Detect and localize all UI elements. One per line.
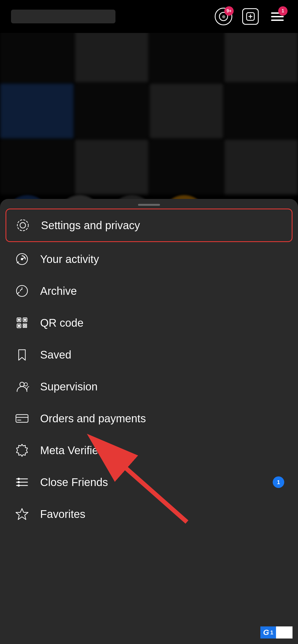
verified-icon	[14, 442, 30, 459]
settings-icon	[15, 217, 31, 234]
watermark-g-letter: G	[263, 628, 269, 637]
menu-item-favorites[interactable]: Favorites	[0, 498, 298, 530]
bg-cell	[75, 27, 148, 82]
activity-icon	[14, 251, 30, 267]
your-activity-label: Your activity	[40, 253, 99, 265]
menu-badge: 1	[278, 6, 288, 16]
bg-cell	[75, 140, 148, 195]
menu-button[interactable]: 1	[268, 7, 287, 26]
svg-rect-22	[23, 326, 24, 327]
svg-text:⊕: ⊕	[222, 14, 225, 19]
menu-item-orders-payments[interactable]: Orders and payments	[0, 402, 298, 434]
bg-cell	[224, 27, 298, 82]
menu-item-settings-privacy[interactable]: Settings and privacy	[5, 209, 293, 242]
bg-cell	[150, 84, 223, 138]
archive-icon	[14, 283, 30, 299]
settings-privacy-label: Settings and privacy	[41, 219, 140, 232]
svg-line-12	[18, 292, 19, 294]
watermark-white-box	[276, 626, 293, 639]
create-button[interactable]	[241, 7, 260, 26]
menu-item-meta-verified[interactable]: Meta Verified	[0, 434, 298, 466]
svg-marker-35	[16, 509, 28, 520]
saved-icon	[14, 346, 30, 363]
svg-point-32	[18, 478, 20, 480]
svg-point-34	[18, 484, 20, 487]
supervision-icon	[14, 378, 30, 395]
svg-point-25	[24, 383, 27, 386]
close-friends-label: Close Friends	[40, 476, 108, 488]
archive-label: Archive	[40, 285, 77, 297]
close-friends-icon	[14, 474, 30, 490]
menu-item-supervision[interactable]: Supervision	[0, 371, 298, 402]
orders-payments-label: Orders and payments	[40, 412, 146, 425]
background-grid	[0, 27, 298, 195]
sheet-handle	[138, 204, 160, 206]
bg-cell	[224, 84, 298, 138]
menu-item-your-activity[interactable]: Your activity	[0, 243, 298, 275]
svg-rect-17	[18, 319, 20, 321]
menu-item-qr-code[interactable]: QR code	[0, 307, 298, 339]
bg-cell	[0, 140, 74, 195]
svg-point-24	[20, 382, 24, 387]
svg-point-33	[18, 481, 20, 483]
bg-cell	[75, 84, 148, 138]
watermark-box: G 1	[260, 626, 276, 639]
svg-rect-26	[16, 415, 28, 422]
svg-point-5	[20, 223, 26, 228]
watermark-text: 1	[270, 629, 273, 636]
notifications-badge: 9+	[224, 6, 234, 16]
svg-rect-20	[23, 324, 24, 325]
svg-rect-21	[25, 324, 27, 325]
watermark: G 1	[260, 626, 293, 639]
svg-point-6	[17, 220, 28, 231]
bg-cell	[150, 140, 223, 195]
bg-cell	[224, 140, 298, 195]
card-icon	[14, 410, 30, 427]
menu-item-archive[interactable]: Archive	[0, 275, 298, 307]
bottom-sheet: Settings and privacy Your activity Archi…	[0, 199, 298, 644]
svg-rect-19	[18, 325, 20, 327]
qr-icon	[14, 315, 30, 331]
menu-item-saved[interactable]: Saved	[0, 339, 298, 371]
qr-code-label: QR code	[40, 317, 84, 329]
bg-cell	[0, 84, 74, 138]
svg-rect-23	[25, 326, 27, 327]
bg-cell	[150, 27, 223, 82]
bg-cell	[0, 27, 74, 82]
create-icon	[242, 8, 259, 25]
close-friends-badge: 1	[273, 476, 284, 488]
star-icon	[14, 506, 30, 522]
header: ⊕ 9+ 1	[0, 0, 298, 33]
saved-label: Saved	[40, 349, 71, 361]
svg-point-11	[16, 285, 27, 296]
header-icons: ⊕ 9+ 1	[214, 7, 287, 26]
svg-rect-18	[24, 319, 26, 321]
notifications-button[interactable]: ⊕ 9+	[214, 7, 233, 26]
supervision-label: Supervision	[40, 381, 98, 393]
favorites-label: Favorites	[40, 508, 85, 520]
meta-verified-label: Meta Verified	[40, 444, 104, 457]
menu-item-close-friends[interactable]: Close Friends 1	[0, 466, 298, 498]
header-title-blur	[11, 10, 115, 23]
